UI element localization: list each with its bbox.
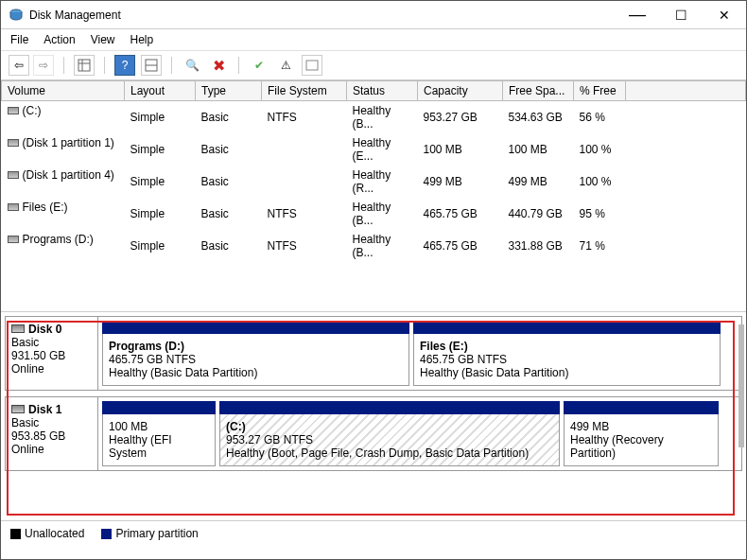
- partition-body[interactable]: Programs (D:)465.75 GB NTFS Healthy (Bas…: [102, 334, 409, 386]
- volume-pct: 95 %: [574, 198, 626, 230]
- volume-free: 100 MB: [503, 133, 574, 166]
- delete-icon[interactable]: ✖: [208, 55, 229, 76]
- partition-body[interactable]: 100 MB Healthy (EFI System: [102, 414, 216, 466]
- col-type[interactable]: Type: [196, 81, 262, 101]
- forward-button[interactable]: ⇨: [33, 55, 54, 76]
- menu-action[interactable]: Action: [43, 33, 75, 46]
- volume-type: Basic: [196, 230, 262, 262]
- legend-unallocated-swatch: [10, 529, 21, 539]
- disk-graphical-view[interactable]: Disk 0 Basic 931.50 GB OnlinePrograms (D…: [1, 312, 746, 520]
- partition-body[interactable]: (C:)953.27 GB NTFS Healthy (Boot, Page F…: [219, 414, 560, 466]
- volume-pct: 56 %: [574, 101, 626, 134]
- partition-header: [219, 401, 560, 414]
- toolbar-grid-icon[interactable]: [74, 55, 95, 76]
- volume-layout: Simple: [125, 133, 196, 166]
- app-title: Disk Management: [29, 9, 121, 22]
- col-volume[interactable]: Volume: [2, 81, 125, 101]
- volume-name: Files (E:): [23, 201, 68, 214]
- partition[interactable]: (C:)953.27 GB NTFS Healthy (Boot, Page F…: [219, 401, 560, 466]
- toolbar-check-icon[interactable]: ✔: [249, 55, 269, 76]
- partition-body[interactable]: Files (E:)465.75 GB NTFS Healthy (Basic …: [413, 334, 721, 386]
- partition-size: 465.75 GB NTFS: [109, 353, 403, 366]
- col-free[interactable]: Free Spa...: [503, 81, 574, 101]
- menu-file[interactable]: File: [10, 33, 28, 46]
- partition-status: Healthy (Recovery Partition): [570, 433, 712, 460]
- volume-name: (C:): [23, 104, 42, 117]
- partition-title: Files (E:): [420, 340, 714, 353]
- legend-unallocated-label: Unallocated: [25, 527, 84, 540]
- drive-icon: [8, 107, 19, 114]
- disk-row[interactable]: Disk 0 Basic 931.50 GB OnlinePrograms (D…: [5, 316, 742, 391]
- refresh-icon[interactable]: 🔍: [182, 55, 202, 76]
- close-button[interactable]: ✕: [703, 1, 746, 29]
- volume-row[interactable]: (Disk 1 partition 1) Simple Basic Health…: [2, 133, 746, 166]
- disk-size: 953.85 GB: [11, 429, 92, 443]
- volume-status: Healthy (B...: [347, 230, 418, 262]
- col-fs[interactable]: File System: [262, 81, 347, 101]
- maximize-button[interactable]: ☐: [659, 1, 703, 29]
- volume-fs: NTFS: [262, 198, 347, 230]
- volume-layout: Simple: [125, 166, 196, 198]
- menu-help[interactable]: Help: [130, 33, 154, 46]
- col-capacity[interactable]: Capacity: [418, 81, 503, 101]
- volume-pct: 100 %: [574, 133, 626, 166]
- volume-type: Basic: [196, 198, 262, 230]
- partition[interactable]: 499 MB Healthy (Recovery Partition): [564, 401, 719, 466]
- volume-name: (Disk 1 partition 4): [23, 168, 114, 182]
- volume-row[interactable]: (Disk 1 partition 4) Simple Basic Health…: [2, 166, 746, 198]
- volume-fs: [262, 133, 347, 166]
- minimize-button[interactable]: —: [616, 1, 659, 29]
- disk-label[interactable]: Disk 0 Basic 931.50 GB Online: [6, 317, 98, 390]
- volume-status: Healthy (B...: [347, 198, 418, 230]
- scrollbar-thumb[interactable]: [738, 324, 744, 447]
- volume-capacity: 465.75 GB: [418, 230, 503, 262]
- partition-header: [102, 401, 216, 414]
- partition-title: Programs (D:): [109, 340, 403, 353]
- volume-capacity: 499 MB: [418, 166, 503, 198]
- col-status[interactable]: Status: [347, 81, 418, 101]
- partition[interactable]: Programs (D:)465.75 GB NTFS Healthy (Bas…: [102, 321, 409, 386]
- drive-icon: [8, 203, 19, 211]
- drive-icon: [8, 236, 19, 243]
- volume-row[interactable]: Files (E:) Simple Basic NTFS Healthy (B.…: [2, 198, 746, 230]
- col-pct[interactable]: % Free: [574, 81, 626, 101]
- disk-icon: [11, 324, 25, 333]
- partition-status: Healthy (EFI System: [109, 433, 209, 460]
- volume-fs: NTFS: [262, 230, 347, 262]
- volume-name: Programs (D:): [23, 233, 94, 246]
- volume-fs: [262, 166, 347, 198]
- disk-state: Online: [11, 362, 92, 376]
- volume-free: 534.63 GB: [503, 101, 574, 134]
- help-button[interactable]: ?: [114, 55, 135, 76]
- volume-row[interactable]: (C:) Simple Basic NTFS Healthy (B... 953…: [2, 101, 746, 134]
- volume-free: 499 MB: [503, 166, 574, 198]
- volume-type: Basic: [196, 101, 262, 134]
- partition-status: Healthy (Boot, Page File, Crash Dump, Ba…: [226, 446, 553, 460]
- back-button[interactable]: ⇦: [9, 55, 29, 76]
- partition-title: (C:): [226, 420, 553, 433]
- disk-name: Disk 0: [28, 323, 61, 336]
- toolbar-list-icon[interactable]: [141, 55, 162, 76]
- partition[interactable]: Files (E:)465.75 GB NTFS Healthy (Basic …: [413, 321, 721, 386]
- volume-capacity: 100 MB: [418, 133, 503, 166]
- svg-rect-6: [306, 61, 318, 70]
- partition-body[interactable]: 499 MB Healthy (Recovery Partition): [564, 414, 719, 466]
- disk-row[interactable]: Disk 1 Basic 953.85 GB Online100 MB Heal…: [5, 396, 742, 471]
- volume-list[interactable]: Volume Layout Type File System Status Ca…: [1, 80, 746, 312]
- legend: Unallocated Primary partition: [1, 520, 746, 546]
- partition-header: [102, 321, 409, 334]
- disk-label[interactable]: Disk 1 Basic 953.85 GB Online: [6, 397, 98, 470]
- toolbar-warn-icon[interactable]: ⚠: [275, 55, 296, 76]
- disk-type: Basic: [11, 416, 92, 429]
- volume-status: Healthy (E...: [347, 133, 418, 166]
- app-icon: [9, 8, 24, 23]
- volume-row[interactable]: Programs (D:) Simple Basic NTFS Healthy …: [2, 230, 746, 262]
- toolbar: ⇦ ⇨ ? 🔍 ✖ ✔ ⚠: [1, 51, 746, 80]
- partition-size: 499 MB: [570, 420, 712, 433]
- partition[interactable]: 100 MB Healthy (EFI System: [102, 401, 216, 466]
- menu-view[interactable]: View: [91, 33, 115, 46]
- volume-fs: NTFS: [262, 101, 347, 134]
- col-layout[interactable]: Layout: [125, 81, 196, 101]
- toolbar-props-icon[interactable]: [302, 55, 322, 76]
- partition-size: 953.27 GB NTFS: [226, 433, 553, 446]
